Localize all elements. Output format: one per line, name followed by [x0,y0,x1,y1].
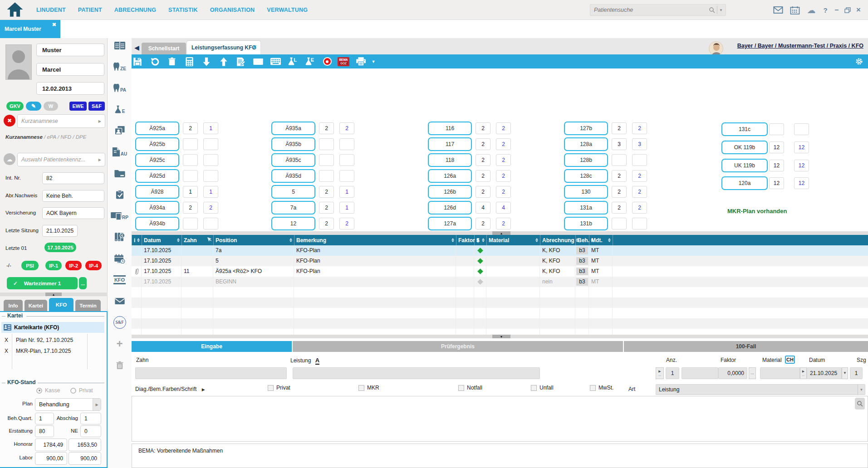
search-icon[interactable] [709,7,715,13]
code-count-done[interactable] [203,218,218,229]
toolbar-arrow-up-icon[interactable] [217,54,230,68]
rail-pa-tooth-icon[interactable]: PA [108,79,132,97]
toolbar-print-caret-icon[interactable]: ▼ [367,54,380,68]
code-count-done[interactable]: 2 [632,122,647,134]
toolbar-save-icon[interactable] [131,54,144,68]
code-button-116[interactable]: 116 [428,122,472,135]
toolbar-record-icon[interactable] [320,54,334,68]
word-badge[interactable]: W [44,102,58,111]
rail-sf-icon[interactable]: S&F [108,313,132,332]
menu-item-linudent[interactable]: LINUDENT [36,7,66,13]
checkbox-icon[interactable] [590,385,596,391]
sort-icon[interactable] [607,238,611,242]
code-count-done[interactable] [203,154,218,166]
code-count-plan[interactable]: 2 [612,186,627,198]
bottom-tab-prfergebnis[interactable]: Prüfergebnis [292,341,623,352]
plan-expand-icon[interactable]: ▶ [93,399,101,410]
checkbox-icon[interactable] [458,385,464,391]
code-count-plan[interactable] [612,154,627,166]
anz-input[interactable]: 1 [666,367,679,379]
code-count-done[interactable] [339,154,354,166]
toolbar-calculator-icon[interactable] [182,54,196,68]
code-count-done[interactable]: 2 [632,186,647,198]
font-attribute-icon[interactable]: A [315,357,319,365]
code-count-done[interactable]: 1 [339,202,354,214]
patient-photo[interactable] [5,44,32,80]
sidebar-splitter[interactable]: ▲ [0,292,108,296]
code-count-plan[interactable]: 2 [319,202,334,214]
anamnese-alert-icon[interactable]: ✖ [4,115,15,127]
checkbox-mkr[interactable]: MKR [358,385,379,391]
link-kurzanamnese[interactable]: Kurzanamnese [5,134,43,140]
checkbox-privat[interactable]: Privat [268,385,290,391]
code-count-plan[interactable]: 2 [476,138,490,150]
search-dropdown-icon[interactable]: ▼ [719,8,726,12]
art-dropdown-icon[interactable]: ▼ [858,385,865,395]
column-header-Abrechnung[interactable]: Abrechnung [540,235,575,245]
radio-kasse[interactable]: Kasse [36,387,60,394]
material-input[interactable] [760,367,800,379]
sidebar-tab-info[interactable]: Info [4,300,23,311]
gkv-badge[interactable]: GKV [6,102,24,111]
code-button-Ä935b[interactable]: Ä935b [271,137,315,151]
code-count-done[interactable]: 12 [794,141,809,153]
code-button-120a[interactable]: 120a [721,176,768,190]
code-button-117[interactable]: 117 [428,137,472,151]
code-button-Ä935a[interactable]: Ä935a [271,122,315,135]
labor-field-1[interactable]: 900,00 [35,452,67,465]
code-count-plan[interactable] [183,154,198,166]
rail-termine-kalender-icon[interactable]: M [108,249,132,268]
code-count-plan[interactable] [183,218,198,229]
code-button-128c[interactable]: 128c [564,169,608,183]
toolbar-keyboard-icon[interactable] [269,54,282,68]
table-row[interactable]: 17.10.202511Ä925a <Rö2> KFOKFO-PlanK, KF… [132,266,868,277]
column-header-Beh.[interactable]: Beh. [575,235,589,245]
rail-ze-tooth-icon[interactable]: ZE [108,58,132,76]
home-button[interactable] [6,1,25,19]
rail-rp-icon[interactable]: RP [108,207,132,225]
code-button-Ä925c[interactable]: Ä925c [135,153,179,167]
code-count-plan[interactable] [319,170,334,182]
toolbar-print-icon[interactable] [354,54,368,68]
code-button-127a[interactable]: 127a [428,217,472,230]
code-count-plan[interactable]: 2 [476,186,490,198]
code-count-plan[interactable]: 1 [183,186,198,198]
code-count-done[interactable]: 2 [632,170,647,182]
code-count-plan[interactable] [183,170,198,182]
info-field-4[interactable]: 21.10.2025 [42,225,78,237]
tab-schnellstart[interactable]: Schnellstart [142,43,186,54]
sort-icon[interactable] [450,238,454,242]
patientenkennzeichen-field[interactable]: Auswahl Patientenkennz... ▶ [17,153,105,166]
code-button-5[interactable]: 5 [271,185,315,199]
code-count-plan[interactable] [319,138,334,150]
code-count-plan[interactable]: 2 [319,122,334,134]
cloud-icon[interactable]: ☁ [804,5,819,15]
code-button-131c[interactable]: 131c [721,122,768,136]
maximize-icon[interactable] [843,5,853,15]
datum-input[interactable]: 21.10.2025 [807,367,842,379]
ewe-badge[interactable]: EWE [69,102,87,111]
calendar-topbar-icon[interactable] [788,5,802,15]
code-count-done[interactable]: 1 [203,186,218,198]
code-button-OK119b[interactable]: OK 119b [721,141,768,154]
table-row[interactable]: 17.10.20255KFO-PlanK, KFOb3MT [132,256,868,266]
leistung-input[interactable] [293,367,540,379]
material-picker-button[interactable]: ▶... [800,367,807,379]
code-count-done[interactable]: 4 [496,202,511,214]
code-button-Ä928[interactable]: Ä928 [135,185,179,199]
material-ch-badge[interactable]: CH [785,356,795,364]
menu-item-statistik[interactable]: STATISTIK [168,7,198,13]
code-count-done[interactable]: 12 [794,160,809,171]
code-button-Ä925a[interactable]: Ä925a [135,122,179,135]
ip-badge-ip-2[interactable]: IP-2 [65,261,82,270]
toolbar-settings-gear-icon[interactable] [852,54,866,68]
code-count-done[interactable]: 2 [632,202,647,214]
sort-icon[interactable] [288,238,292,242]
code-button-126a[interactable]: 126a [428,169,472,183]
kartei-item[interactable]: XPlan Nr. 92, 17.10.2025 [1,335,104,346]
firstname-field[interactable]: Marcel [36,63,104,76]
labor-field-2[interactable]: 900,00 [69,452,101,465]
code-button-Ä935c[interactable]: Ä935c [271,153,315,167]
code-count-plan[interactable]: 4 [476,202,490,214]
column-header-Material[interactable]: Material [486,235,540,245]
